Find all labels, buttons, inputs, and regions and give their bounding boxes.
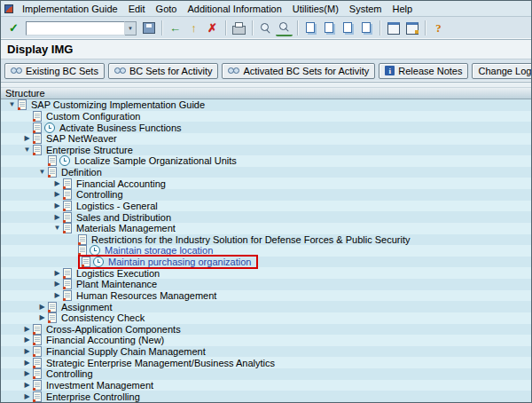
- create-shortcut-icon[interactable]: [403, 20, 420, 36]
- menu-item-utilities-m[interactable]: Utilities(M): [287, 3, 344, 15]
- print-icon[interactable]: [231, 20, 247, 36]
- tree-item-label[interactable]: Restrictions for the Industry Solution f…: [90, 234, 412, 245]
- expand-icon[interactable]: ▶: [21, 336, 33, 344]
- tree-row[interactable]: ▶Financial Supply Chain Management: [1, 346, 531, 358]
- tree-row[interactable]: ▶Consistency Check: [1, 312, 531, 324]
- collapse-icon[interactable]: ▼: [51, 225, 63, 232]
- last-page-icon[interactable]: [358, 20, 375, 36]
- expand-icon[interactable]: ▶: [21, 370, 33, 377]
- command-field-dropdown-icon[interactable]: ▼: [125, 21, 137, 36]
- tree-item-label[interactable]: Human Resources Management: [74, 290, 218, 301]
- tree-row[interactable]: ▶Investment Management: [1, 380, 531, 391]
- previous-page-icon[interactable]: [321, 20, 338, 36]
- menu-item-help[interactable]: Help: [387, 3, 419, 15]
- tree-item-label[interactable]: Consistency Check: [59, 312, 146, 323]
- expand-icon[interactable]: ▶: [21, 382, 33, 389]
- tree-item-label[interactable]: Localize Sample Organizational Units: [73, 155, 239, 166]
- tree-item-label[interactable]: Financial Supply Chain Management: [44, 346, 207, 357]
- exit-icon[interactable]: ↑: [185, 20, 202, 36]
- collapse-icon[interactable]: ▼: [36, 169, 48, 176]
- tree-row[interactable]: ▶Cross-Application Components: [1, 324, 531, 336]
- tree-row[interactable]: ▼Enterprise Structure: [1, 145, 531, 156]
- find-icon[interactable]: [257, 20, 274, 36]
- tree-item-label[interactable]: Controlling: [44, 368, 95, 379]
- tree-row[interactable]: ▼Materials Management: [1, 223, 531, 234]
- menu-item-edit[interactable]: Edit: [123, 3, 151, 15]
- tree-item-label[interactable]: SAP NetWeaver: [44, 133, 119, 144]
- tree-item-label[interactable]: Plant Maintenance: [74, 279, 159, 289]
- menu-item-goto[interactable]: Goto: [151, 3, 183, 15]
- tree-row[interactable]: ▶SAP NetWeaver: [1, 133, 531, 145]
- tree-item-label[interactable]: Cross-Application Components: [44, 324, 183, 335]
- expand-icon[interactable]: ▶: [21, 393, 33, 400]
- button-existing-bc-sets[interactable]: Existing BC Sets: [4, 63, 105, 79]
- tree-row[interactable]: ▶Logistics Execution: [1, 267, 531, 279]
- cancel-icon[interactable]: ✗: [204, 20, 221, 36]
- help-icon[interactable]: ?: [430, 20, 447, 36]
- back-icon[interactable]: ←: [167, 20, 184, 36]
- tree-item-label[interactable]: SAP Customizing Implementation Guide: [29, 99, 207, 110]
- enter-icon[interactable]: ✓: [5, 20, 22, 36]
- expand-icon[interactable]: ▶: [51, 270, 63, 277]
- menu-item-implementation-guide[interactable]: Implementation Guide: [17, 3, 123, 15]
- tree-row[interactable]: Localize Sample Organizational Units: [1, 155, 531, 167]
- tree-item-label[interactable]: Definition: [59, 167, 104, 178]
- tree-item-label[interactable]: Assignment: [59, 302, 113, 312]
- expand-icon[interactable]: ▶: [51, 292, 63, 299]
- menu-item-system[interactable]: System: [344, 3, 387, 15]
- tree-row[interactable]: Custom Configuration: [1, 111, 531, 122]
- menu-item-additional-information[interactable]: Additional Information: [182, 3, 286, 15]
- expand-icon[interactable]: ▶: [21, 348, 33, 355]
- expand-icon[interactable]: ▶: [51, 180, 63, 187]
- tree-item-label[interactable]: Enterprise Controlling: [44, 391, 142, 402]
- tree-item-label[interactable]: Logistics Execution: [74, 268, 161, 279]
- tree-item-label[interactable]: Maintain purchasing organization: [106, 257, 253, 267]
- tree-item-label[interactable]: Investment Management: [44, 380, 155, 391]
- create-session-icon[interactable]: [385, 20, 402, 36]
- find-next-icon[interactable]: [276, 20, 293, 36]
- collapse-icon[interactable]: ▼: [6, 101, 18, 108]
- next-page-icon[interactable]: [340, 20, 356, 36]
- button-change-log[interactable]: Change Log: [472, 63, 532, 79]
- tree-row[interactable]: Activate Business Functions: [1, 122, 531, 133]
- first-page-icon[interactable]: [302, 20, 319, 36]
- tree-item-label[interactable]: Enterprise Structure: [44, 145, 135, 155]
- button-bc-sets-for-activity[interactable]: BC Sets for Activity: [108, 63, 219, 79]
- tree-item-label[interactable]: Financial Accounting (New): [44, 335, 166, 345]
- tree-row[interactable]: Restrictions for the Industry Solution f…: [1, 234, 531, 246]
- tree-row[interactable]: ▶Plant Maintenance: [1, 279, 531, 290]
- tree-row[interactable]: ▼SAP Customizing Implementation Guide: [1, 99, 531, 111]
- tree-item-label[interactable]: Strategic Enterprise Management/Business…: [44, 358, 277, 368]
- expand-icon[interactable]: ▶: [51, 214, 63, 221]
- tree-row[interactable]: ▶Human Resources Management: [1, 290, 531, 302]
- tree-item-label[interactable]: Financial Accounting: [74, 178, 168, 189]
- expand-icon[interactable]: ▶: [21, 360, 33, 367]
- expand-icon[interactable]: ▶: [51, 281, 63, 288]
- tree-row[interactable]: ▶Controlling: [1, 368, 531, 380]
- expand-icon[interactable]: ▶: [21, 135, 33, 142]
- tree-row[interactable]: ▶Logistics - General: [1, 201, 531, 212]
- tree-row[interactable]: Maintain purchasing organization: [1, 257, 531, 268]
- expand-icon[interactable]: ▶: [51, 202, 63, 209]
- button-activated-bc-sets-for-activity[interactable]: Activated BC Sets for Activity: [222, 63, 375, 79]
- tree-item-label[interactable]: Sales and Distribution: [74, 212, 173, 223]
- expand-icon[interactable]: ▶: [21, 326, 33, 333]
- tree-row[interactable]: ▶Enterprise Controlling: [1, 391, 531, 402]
- tree-row[interactable]: ▶Financial Accounting: [1, 178, 531, 189]
- tree-row[interactable]: ▶Sales and Distribution: [1, 211, 531, 223]
- command-field[interactable]: [26, 21, 125, 36]
- tree-row[interactable]: ▼Definition: [1, 167, 531, 178]
- tree-item-label[interactable]: Materials Management: [74, 223, 177, 233]
- tree-row[interactable]: ▶Financial Accounting (New): [1, 335, 531, 346]
- tree-row[interactable]: ▶Controlling: [1, 189, 531, 201]
- expand-icon[interactable]: ▶: [36, 314, 48, 321]
- tree-row[interactable]: ▶Assignment: [1, 301, 531, 312]
- button-release-notes[interactable]: Release Notes: [379, 63, 468, 79]
- expand-icon[interactable]: ▶: [36, 304, 48, 311]
- tree-item-label[interactable]: Custom Configuration: [44, 111, 142, 122]
- tree-row[interactable]: ▶Strategic Enterprise Management/Busines…: [1, 357, 531, 368]
- expand-icon[interactable]: ▶: [51, 191, 63, 198]
- collapse-icon[interactable]: ▼: [21, 146, 33, 154]
- tree-item-label[interactable]: Activate Business Functions: [58, 122, 184, 133]
- save-icon[interactable]: [140, 20, 157, 36]
